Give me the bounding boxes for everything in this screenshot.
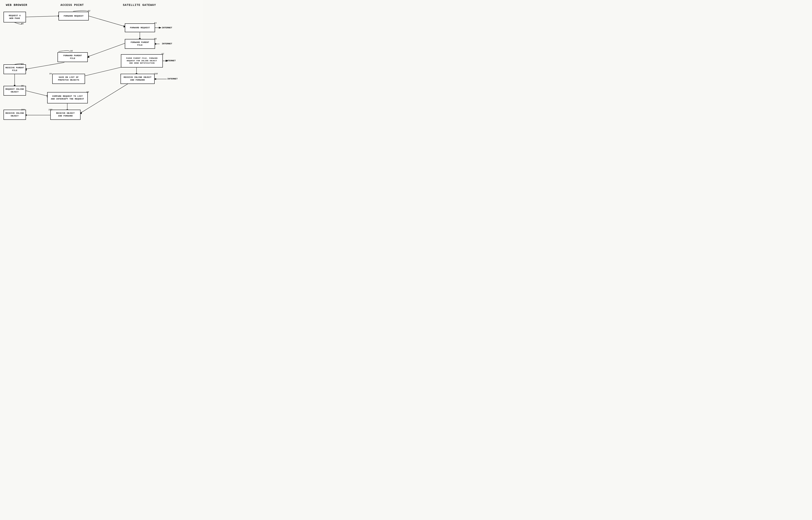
- svg-line-0: [26, 16, 58, 17]
- label-90: 90: [21, 63, 24, 65]
- label-100: 100: [154, 73, 158, 75]
- box-86: FORWARD PARENT FILE: [125, 39, 155, 49]
- box-80: REQUEST A WEB PAGE: [3, 12, 26, 22]
- box-102: RECEIVE OBJECT AND FORWARD: [50, 110, 81, 120]
- label-86: 86: [154, 38, 157, 40]
- arrows-svg: [0, 0, 203, 130]
- label-104: 104: [21, 108, 25, 111]
- svg-line-19: [26, 91, 47, 96]
- svg-line-10: [26, 62, 64, 69]
- box-84: FORWARD REQUEST: [125, 23, 155, 32]
- label-82: 82: [88, 10, 90, 12]
- box-96: REQUEST INLINE OBJECT: [3, 86, 26, 96]
- label-88: 88: [70, 50, 73, 52]
- svg-marker-28: [159, 27, 161, 28]
- col-header-access-point: ACCESS POINT: [60, 3, 84, 7]
- box-100: RECEIVE INLINE OBJECT AND FORWARD: [120, 74, 155, 84]
- svg-line-15: [84, 66, 125, 76]
- svg-line-2: [89, 16, 125, 26]
- col-header-web-browser: WEB BROWSER: [6, 3, 27, 7]
- box-94: SAVE ON LIST OF PREFETCH OBJECTS: [52, 74, 85, 84]
- label-98: 98: [86, 91, 89, 93]
- flowchart-diagram: WEB BROWSER ACCESS POINT SATELLITE GATEW…: [0, 0, 203, 130]
- label-84: 84: [154, 22, 157, 24]
- col-header-satellite-gateway: SATELLITE GATEWAY: [123, 3, 156, 7]
- svg-line-8: [88, 43, 125, 57]
- box-92: PARSE PARENT FILE, FORWARD REQUEST FOR I…: [121, 54, 163, 68]
- box-90: RECEIVE PARENT FILE: [3, 64, 26, 74]
- internet-label-3: INTERNET: [165, 59, 176, 62]
- internet-label-2: INTERNET: [162, 43, 172, 45]
- label-80: 80: [21, 23, 24, 25]
- internet-label-4: INTERNET: [167, 78, 178, 80]
- label-96: 96: [21, 85, 24, 87]
- label-92: 92: [161, 53, 164, 55]
- svg-line-23: [81, 84, 128, 113]
- label-102: 102: [48, 108, 52, 111]
- internet-label-1: INTERNET: [162, 27, 172, 29]
- box-98: COMPARE REQUEST TO LIST AND INTERCEPT TH…: [47, 92, 88, 103]
- box-88: FORWARD PARENT FILE: [57, 52, 88, 62]
- box-82: FORWARD REQUEST: [58, 12, 89, 21]
- box-104: RECEIVE INLINE OBJECT: [3, 110, 26, 120]
- label-94: 94: [49, 73, 52, 75]
